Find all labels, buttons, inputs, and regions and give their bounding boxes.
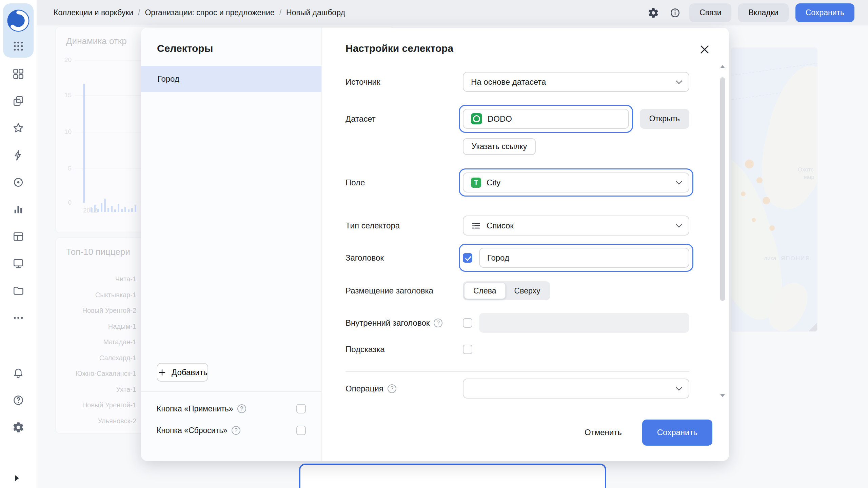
selector-list-item-gorod[interactable]: Город <box>141 66 321 92</box>
inner-title-row: Внутренний заголовок <box>346 313 689 333</box>
field-highlight: T City <box>459 168 693 197</box>
field-value: City <box>487 178 500 187</box>
dataset-row: Датасет DODO Открыть <box>346 109 689 129</box>
inner-title-input <box>479 313 689 333</box>
selector-item-label: Город <box>157 74 179 84</box>
gear-icon[interactable] <box>11 421 26 433</box>
tabs-button[interactable]: Вкладки <box>738 3 788 22</box>
dataset-value: DODO <box>488 114 512 124</box>
source-value: На основе датасета <box>471 77 546 87</box>
scroll-down-arrow[interactable] <box>720 394 725 397</box>
scroll-up-arrow[interactable] <box>720 65 725 68</box>
sidebar <box>0 0 37 488</box>
settings-gear-icon[interactable] <box>646 5 661 20</box>
header: Коллекции и воркбуки / Организации: спро… <box>37 0 868 25</box>
monitor-icon[interactable] <box>11 258 26 270</box>
source-label: Источник <box>346 77 463 87</box>
apply-button-checkbox[interactable] <box>296 404 306 413</box>
copy-icon[interactable] <box>11 95 26 107</box>
save-selector-button[interactable]: Сохранить <box>642 420 712 446</box>
selectors-panel-title: Селекторы <box>141 28 321 54</box>
selector-type-select[interactable]: Список <box>463 216 689 236</box>
help-icon[interactable] <box>237 404 246 413</box>
dataset-highlight: DODO <box>459 105 633 133</box>
header-actions: Связи Вкладки Сохранить <box>646 3 854 22</box>
breadcrumb-collections[interactable]: Коллекции и воркбуки <box>54 8 133 17</box>
source-select[interactable]: На основе датасета <box>463 72 689 92</box>
field-select[interactable]: T City <box>463 172 689 192</box>
settings-panel: Настройки селектора Источник На основе д… <box>322 28 729 461</box>
string-type-icon: T <box>471 178 481 188</box>
operation-select[interactable] <box>463 379 689 399</box>
apps-grid-icon[interactable] <box>11 40 26 52</box>
inner-title-checkbox[interactable] <box>463 318 472 328</box>
selector-settings-dialog: Селекторы Город Добавить Кнопка «Примени… <box>141 28 729 461</box>
open-dataset-button[interactable]: Открыть <box>640 109 689 129</box>
inner-title-label: Внутренний заголовок <box>346 318 463 328</box>
settings-scrollbar[interactable] <box>720 65 725 397</box>
scrollbar-thumb[interactable] <box>720 77 725 301</box>
selectors-panel-bottom: Добавить Кнопка «Применить» Кнопка «Сбро… <box>141 363 321 461</box>
folder-icon[interactable] <box>11 285 26 297</box>
sidebar-nav <box>0 68 37 324</box>
apply-button-row: Кнопка «Применить» <box>141 404 321 413</box>
placement-top-option[interactable]: Сверху <box>506 283 549 299</box>
dataset-link-row: Указать ссылку <box>346 138 689 155</box>
selected-widget-outline <box>299 464 606 488</box>
close-icon[interactable] <box>697 42 712 57</box>
cancel-button[interactable]: Отменить <box>572 420 634 446</box>
ellipsis-icon[interactable] <box>11 312 26 324</box>
add-selector-label: Добавить <box>172 368 208 377</box>
collapse-arrow-icon[interactable] <box>12 473 22 485</box>
help-icon[interactable] <box>232 426 240 435</box>
bar-chart-icon[interactable] <box>11 203 26 216</box>
sidebar-app-area <box>3 3 34 58</box>
selector-type-row: Тип селектора Список <box>346 216 689 236</box>
hint-checkbox[interactable] <box>463 345 472 354</box>
title-label: Заголовок <box>346 253 463 263</box>
hint-label: Подсказка <box>346 345 463 354</box>
placement-left-option[interactable]: Слева <box>464 283 506 299</box>
divider <box>346 371 689 372</box>
title-highlight: Город <box>459 244 693 272</box>
list-icon <box>471 221 481 231</box>
add-selector-button[interactable]: Добавить <box>157 363 208 382</box>
placement-label: Размещение заголовка <box>346 286 463 296</box>
chevron-down-icon <box>676 78 682 84</box>
dataset-field[interactable]: DODO <box>463 109 629 129</box>
header-save-button[interactable]: Сохранить <box>795 3 854 22</box>
apply-button-label: Кнопка «Применить» <box>157 404 233 413</box>
links-button[interactable]: Связи <box>689 3 731 22</box>
plus-icon <box>157 368 167 377</box>
question-icon[interactable] <box>11 394 26 406</box>
field-label: Поле <box>346 178 463 187</box>
selectors-list: Город <box>141 66 321 92</box>
help-icon[interactable] <box>434 319 442 327</box>
lightning-icon[interactable] <box>11 149 26 161</box>
placement-segmented-control: Слева Сверху <box>463 281 550 300</box>
breadcrumb-current: Новый дашборд <box>286 8 345 17</box>
chevron-down-icon <box>676 221 682 227</box>
settings-panel-title: Настройки селектора <box>322 28 729 54</box>
squares-icon[interactable] <box>11 68 26 80</box>
source-row: Источник На основе датасета <box>346 72 689 92</box>
breadcrumb-workbook[interactable]: Организации: спрос и предложение <box>145 8 274 17</box>
title-checkbox[interactable] <box>463 253 472 263</box>
table-grid-icon[interactable] <box>11 230 26 243</box>
dataset-icon <box>471 113 482 124</box>
help-icon[interactable] <box>388 384 396 393</box>
circle-dot-icon[interactable] <box>11 176 26 188</box>
operation-row: Операция <box>346 379 689 399</box>
specify-link-button[interactable]: Указать ссылку <box>463 138 536 155</box>
title-row: Заголовок Город <box>346 248 689 268</box>
hint-row: Подсказка <box>346 345 689 354</box>
app-logo-icon[interactable] <box>5 7 32 34</box>
star-icon[interactable] <box>11 122 26 134</box>
reset-button-label: Кнопка «Сбросить» <box>157 426 228 435</box>
info-icon[interactable] <box>668 5 683 20</box>
chevron-down-icon <box>676 384 682 390</box>
selector-type-value: Список <box>487 221 514 230</box>
title-input[interactable]: Город <box>479 248 689 268</box>
reset-button-checkbox[interactable] <box>296 426 306 435</box>
bell-icon[interactable] <box>11 367 26 379</box>
